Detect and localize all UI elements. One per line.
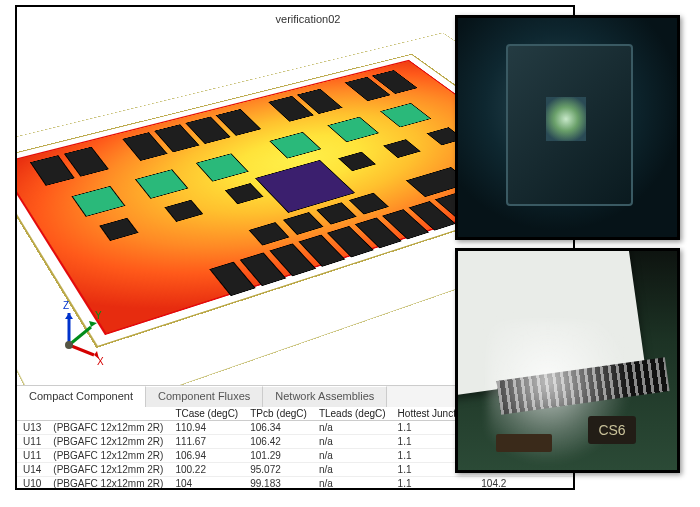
cell: 99.183 [244, 477, 313, 491]
smd-part [496, 434, 552, 452]
cell: 106.42 [244, 435, 313, 449]
chip-green [196, 154, 249, 182]
chip [225, 183, 264, 204]
cell: U13 [17, 421, 47, 435]
cell: 101.29 [244, 449, 313, 463]
chip [283, 212, 324, 235]
col-tcase[interactable]: TCase (degC) [169, 407, 244, 421]
col-blank2[interactable] [47, 407, 169, 421]
chip-main [255, 160, 355, 213]
cell: n/a [313, 449, 392, 463]
cell: 1.1 [392, 477, 476, 491]
chip [298, 235, 345, 267]
scene-label: verification02 [276, 13, 341, 25]
cell: n/a [313, 477, 392, 491]
cell: 100.22 [169, 463, 244, 477]
cell: (PBGAFC 12x12mm 2R) [47, 477, 169, 491]
chip-green [71, 186, 125, 217]
axis-x-label: X [97, 356, 104, 367]
cell: (PBGAFC 12x12mm 2R) [47, 449, 169, 463]
chip [99, 218, 138, 241]
cell: 106.94 [169, 449, 244, 463]
svg-point-6 [65, 341, 73, 349]
capacitor-label: CS6 [588, 416, 636, 444]
chip [269, 244, 316, 277]
chip-green [327, 117, 379, 142]
cell: 106.34 [244, 421, 313, 435]
cell: U14 [17, 463, 47, 477]
svg-line-0 [69, 345, 94, 355]
chip [409, 201, 456, 231]
cell: n/a [313, 463, 392, 477]
svg-marker-5 [65, 313, 73, 319]
cell: (PBGAFC 12x12mm 2R) [47, 463, 169, 477]
inset-photo-burnt-die [455, 15, 680, 240]
cell: 95.072 [244, 463, 313, 477]
chip-green [269, 132, 321, 159]
cell: n/a [313, 421, 392, 435]
chip [240, 253, 287, 287]
cell: U11 [17, 449, 47, 463]
axis-y-label: Y [95, 310, 102, 321]
tab-compact-component[interactable]: Compact Component [17, 386, 146, 407]
chip [164, 200, 203, 222]
tab-network-assemblies[interactable]: Network Assemblies [263, 386, 387, 407]
chip [209, 262, 256, 297]
cell: U10 [17, 477, 47, 491]
cell: 104 [169, 477, 244, 491]
tab-component-fluxes[interactable]: Component Fluxes [146, 386, 263, 407]
col-blank1[interactable] [17, 407, 47, 421]
chip [338, 152, 376, 171]
scene [284, 173, 285, 174]
axis-triad-icon: X Y Z [39, 297, 109, 367]
chip [382, 210, 429, 240]
col-tleads[interactable]: TLeads (degC) [313, 407, 392, 421]
chip-green [380, 103, 431, 127]
inset-photo-smoking-chip: CS6 [455, 248, 680, 473]
cell: 110.94 [169, 421, 244, 435]
chip [327, 226, 374, 258]
table-row[interactable]: U10(PBGAFC 12x12mm 2R)10499.183n/a1.1104… [17, 477, 573, 491]
chip [316, 203, 356, 225]
axis-z-label: Z [63, 300, 69, 311]
cell: n/a [313, 435, 392, 449]
chip [249, 222, 290, 245]
die-damage-spot [546, 97, 586, 141]
chip-green [135, 170, 188, 200]
chip [383, 140, 421, 159]
cell: U11 [17, 435, 47, 449]
cell: 111.67 [169, 435, 244, 449]
cell: 104.2 [475, 477, 573, 491]
col-tpcb[interactable]: TPcb (degC) [244, 407, 313, 421]
chip [349, 193, 389, 215]
cell: (PBGAFC 12x12mm 2R) [47, 421, 169, 435]
svg-line-2 [69, 327, 91, 345]
cell: (PBGAFC 12x12mm 2R) [47, 435, 169, 449]
chip [355, 218, 402, 249]
